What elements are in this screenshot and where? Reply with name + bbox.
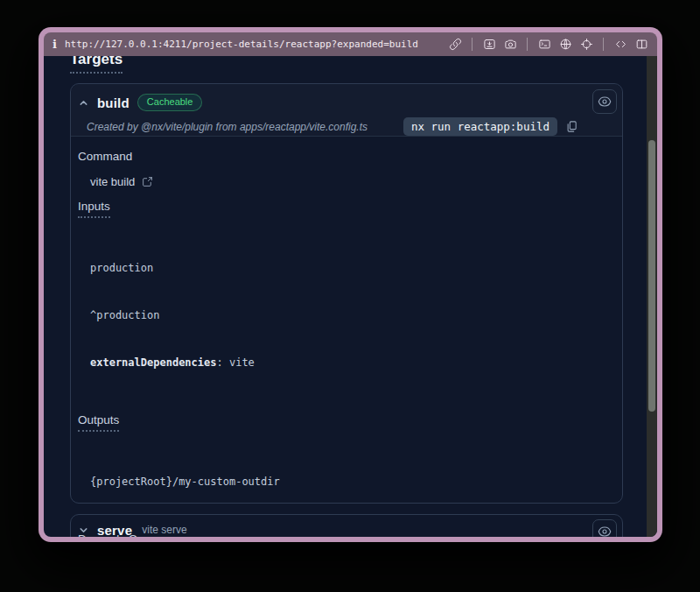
chevron-down-icon-glyph: [78, 525, 89, 536]
screencast-icon[interactable]: [482, 38, 496, 52]
globe-icon-glyph: [559, 38, 572, 51]
target-card-serve: serve vite serve: [70, 514, 623, 537]
url-text[interactable]: http://127.0.0.1:4211/project-details/re…: [65, 39, 418, 50]
eye-icon: [598, 95, 612, 109]
build-header-row: build Cacheable: [78, 91, 613, 114]
build-subheader-row: Created by @nx/vite/plugin from apps/rea…: [87, 117, 613, 136]
link-icon-glyph: [449, 38, 462, 51]
inputs-list: production ^production externalDependenc…: [90, 229, 608, 402]
cacheable-badge: Cacheable: [137, 94, 203, 111]
terminal-icon-glyph: [538, 38, 551, 51]
target-card-build: build Cacheable Created by @nx/vite/plug…: [70, 83, 623, 504]
code-icon[interactable]: [613, 38, 627, 52]
code-icon-glyph: [614, 38, 627, 51]
link-icon[interactable]: [448, 38, 462, 52]
output-item: {projectRoot}/my-custom-outdir: [90, 474, 608, 490]
copy-command-button[interactable]: [565, 120, 578, 133]
info-icon: i: [52, 39, 57, 50]
run-command-chip[interactable]: nx run reactapp:build: [403, 117, 557, 136]
split-view-icon-glyph: [635, 38, 648, 51]
chevron-up-icon-glyph: [78, 97, 89, 109]
view-target-button[interactable]: [592, 519, 617, 537]
camera-icon-glyph: [504, 38, 517, 51]
camera-icon[interactable]: [503, 38, 517, 52]
copy-icon: [565, 120, 578, 133]
browser-toolbar: [448, 38, 648, 52]
chevron-up-icon[interactable]: [78, 97, 89, 109]
created-by-text: Created by @nx/vite/plugin from apps/rea…: [87, 121, 368, 133]
outputs-heading: Outputs: [78, 413, 608, 432]
toolbar-separator: [472, 38, 472, 51]
external-link-icon[interactable]: [142, 176, 153, 187]
serve-command-text: vite serve: [142, 524, 186, 536]
target-name: serve: [97, 523, 132, 538]
page-title: Targets: [70, 56, 122, 74]
external-link-icon-glyph: [142, 176, 153, 187]
inputs-heading: Inputs: [78, 200, 608, 218]
inspect-target-icon-glyph: [580, 38, 593, 51]
toolbar-separator: [603, 38, 604, 51]
view-target-button[interactable]: [592, 89, 617, 114]
eye-icon: [598, 525, 612, 537]
page-viewport: Targets build Cacheable Created by @nx/v…: [44, 56, 657, 537]
terminal-icon[interactable]: [537, 38, 551, 52]
screencast-icon-glyph: [483, 38, 496, 51]
scrollbar-thumb[interactable]: [648, 140, 655, 412]
build-card-header[interactable]: build Cacheable Created by @nx/vite/plug…: [71, 84, 622, 137]
target-name: build: [97, 95, 130, 110]
browser-window: i http://127.0.0.1:4211/project-details/…: [38, 27, 662, 542]
serve-header-row[interactable]: serve vite serve: [71, 515, 622, 537]
input-item: ^production: [90, 307, 608, 323]
command-value: vite build: [90, 175, 135, 188]
command-heading: Command: [78, 150, 608, 163]
chevron-down-icon[interactable]: [78, 525, 89, 536]
split-view-icon[interactable]: [634, 38, 648, 52]
build-card-body: Command vite build Inputs production ^pr…: [71, 137, 622, 537]
browser-titlebar: i http://127.0.0.1:4211/project-details/…: [44, 32, 657, 56]
input-item: externalDependencies: vite: [90, 355, 608, 370]
input-item: production: [90, 260, 608, 276]
run-command-group: nx run reactapp:build: [403, 117, 578, 136]
toolbar-separator: [527, 38, 528, 51]
outputs-list: {projectRoot}/my-custom-outdir: [90, 442, 608, 521]
globe-icon[interactable]: [558, 38, 572, 52]
vertical-scrollbar[interactable]: [647, 56, 657, 537]
inspect-target-icon[interactable]: [579, 38, 593, 52]
command-value-row: vite build: [90, 175, 608, 188]
